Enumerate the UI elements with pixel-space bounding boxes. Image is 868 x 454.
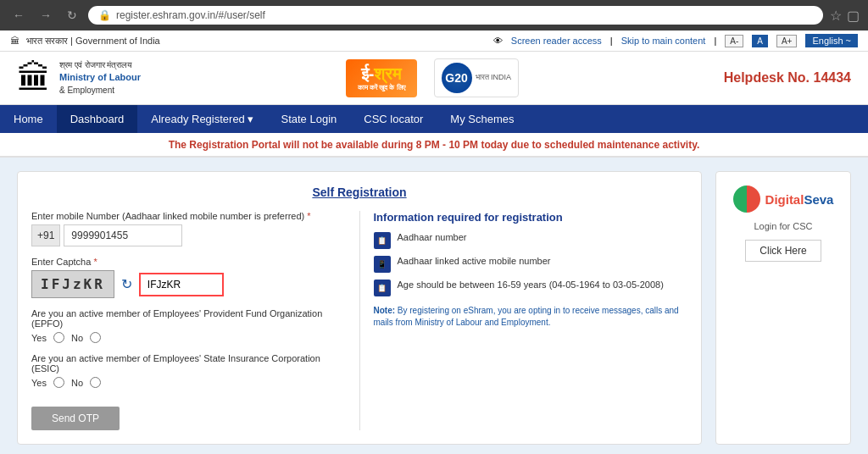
nav-my-schemes[interactable]: My Schemes [437,105,527,133]
mobile-group: Enter mobile Number (Aadhaar linked mobi… [31,211,346,246]
digital-seva-click-btn[interactable]: Click Here [745,240,821,262]
captcha-image: IFJzKR [31,270,114,298]
g20-label: G20 [445,71,467,85]
epfo-label: Are you an active member of Employees' P… [31,308,346,329]
eshram-sub: काम करें खुद के लिए [358,84,405,92]
epfo-yes-radio[interactable] [53,332,64,343]
form-section: Enter mobile Number (Aadhaar linked mobi… [31,211,687,430]
ds-circle-icon [733,185,760,213]
aadhaar-icon: 📋 [374,232,391,249]
info-item-aadhaar: 📋 Aadhaar number [374,232,688,249]
captcha-refresh-btn[interactable]: ↻ [121,276,132,292]
gov-left: 🏛 भारत सरकार | Government of India [10,36,160,47]
epfo-radio-group: Yes No [31,332,346,343]
age-icon: 📋 [374,280,391,296]
ministry-english: Ministry of Labour [59,72,141,82]
emblem: 🏛 [17,59,51,97]
captcha-group: Enter Captcha * IFJzKR ↻ [31,257,346,298]
note-text: Note: By registering on eShram, you are … [374,305,688,329]
language-btn[interactable]: English ~ [805,34,858,47]
gov-right: 👁 Screen reader access | Skip to main co… [493,34,858,47]
main-nav: Home Dashboard Already Registered ▾ Stat… [0,105,868,133]
g20-badge: G20 भारत INDIA [434,58,520,97]
screen-reader-link[interactable]: Screen reader access [511,36,602,46]
site-header: 🏛 श्रम एवं रोजगार मंत्रालय Ministry of L… [0,52,868,105]
helpdesk-number: Helpdesk No. 14434 [724,70,851,86]
ministry-info: श्रम एवं रोजगार मंत्रालय Ministry of Lab… [59,59,141,96]
back-button[interactable]: ← [8,7,29,24]
form-title: Self Registration [31,185,687,199]
browser-chrome: ← → ↻ 🔒 register.eshram.gov.in/#/user/se… [0,0,868,30]
g20-sub: भारत INDIA [476,73,512,83]
ministry-english2: & Employment [59,85,141,97]
ds-text: DigitalSeva [765,192,834,207]
mobile-info-text: Aadhaar linked active mobile number [398,256,551,266]
nav-dashboard[interactable]: Dashboard [57,105,138,133]
gov-bar: 🏛 भारत सरकार | Government of India 👁 Scr… [0,30,868,52]
info-item-mobile: 📱 Aadhaar linked active mobile number [374,256,688,273]
nav-csc-locator[interactable]: CSC locator [350,105,437,133]
esic-no-radio[interactable] [90,377,101,388]
captcha-input[interactable] [139,273,224,296]
ds-digital: Digital [765,192,804,207]
info-item-age: 📋 Age should be between 16-59 years (04-… [374,280,688,296]
note-body: By registering on eShram, you are opting… [374,306,679,327]
digital-seva-box: DigitalSeva Login for CSC Click Here [715,171,851,445]
mobile-input[interactable] [64,224,182,246]
nav-already-registered[interactable]: Already Registered ▾ [137,105,267,133]
gov-title: भारत सरकार | Government of India [26,36,160,47]
refresh-button[interactable]: ↻ [63,7,81,24]
epfo-no-radio[interactable] [90,332,101,343]
send-otp-button[interactable]: Send OTP [31,407,120,430]
captcha-wrapper: IFJzKR ↻ [31,270,346,298]
main-content: Self Registration Enter mobile Number (A… [0,158,868,454]
url-bar[interactable]: 🔒 register.eshram.gov.in/#/user/self [88,6,823,25]
font-large-btn[interactable]: A+ [776,35,798,47]
esic-group: Are you an active member of Employees' S… [31,353,346,388]
font-normal-btn[interactable]: A [752,35,768,47]
font-small-btn[interactable]: A- [725,35,743,47]
extension-icon[interactable]: ▢ [847,8,860,24]
captcha-required: * [93,257,97,267]
eshram-label: ई-श्रम [361,64,402,84]
mobile-required: * [307,211,310,221]
epfo-group: Are you an active member of Employees' P… [31,308,346,343]
header-left: 🏛 श्रम एवं रोजगार मंत्रालय Ministry of L… [17,59,141,97]
alert-text: The Registration Portal will not be avai… [169,139,700,151]
esic-yes-label: Yes [31,378,47,388]
g20-circle: G20 [442,63,472,93]
aadhaar-text: Aadhaar number [398,232,467,242]
alert-bar: The Registration Portal will not be avai… [0,133,868,158]
digital-seva-logo: DigitalSeva [733,185,834,213]
form-left: Enter mobile Number (Aadhaar linked mobi… [31,211,346,430]
esic-yes-radio[interactable] [53,377,64,388]
epfo-no-label: No [71,333,83,343]
note-label: Note: [374,306,396,315]
country-code: +91 [31,224,60,246]
forward-button[interactable]: → [36,7,56,24]
header-center: ई-श्रम काम करें खुद के लिए G20 भारत INDI… [346,58,519,97]
info-title: Information required for registration [374,211,688,224]
registration-box: Self Registration Enter mobile Number (A… [17,171,702,445]
esic-radio-group: Yes No [31,377,346,388]
eshram-logo: ई-श्रम काम करें खुद के लिए [346,59,417,97]
ministry-hindi: श्रम एवं रोजगार मंत्रालय [59,59,141,71]
login-csc-label: Login for CSC [754,221,812,231]
age-text: Age should be between 16-59 years (04-05… [398,280,664,290]
skip-main-link[interactable]: Skip to main content [621,36,706,46]
captcha-label: Enter Captcha * [31,257,346,267]
form-right: Information required for registration 📋 … [359,211,688,430]
browser-actions: ☆ ▢ [830,8,860,24]
nav-state-login[interactable]: State Login [267,105,350,133]
eye-icon: 👁 [493,36,503,46]
star-icon[interactable]: ☆ [830,8,842,24]
esic-label: Are you an active member of Employees' S… [31,353,346,374]
mobile-label: Enter mobile Number (Aadhaar linked mobi… [31,211,346,221]
g20-text: भारत INDIA [476,73,512,83]
ds-seva: Seva [804,192,833,207]
gov-emblem-small: 🏛 [10,36,19,46]
mobile-icon: 📱 [374,256,391,273]
url-text: register.eshram.gov.in/#/user/self [116,9,265,21]
esic-no-label: No [71,378,83,388]
nav-home[interactable]: Home [0,105,57,133]
